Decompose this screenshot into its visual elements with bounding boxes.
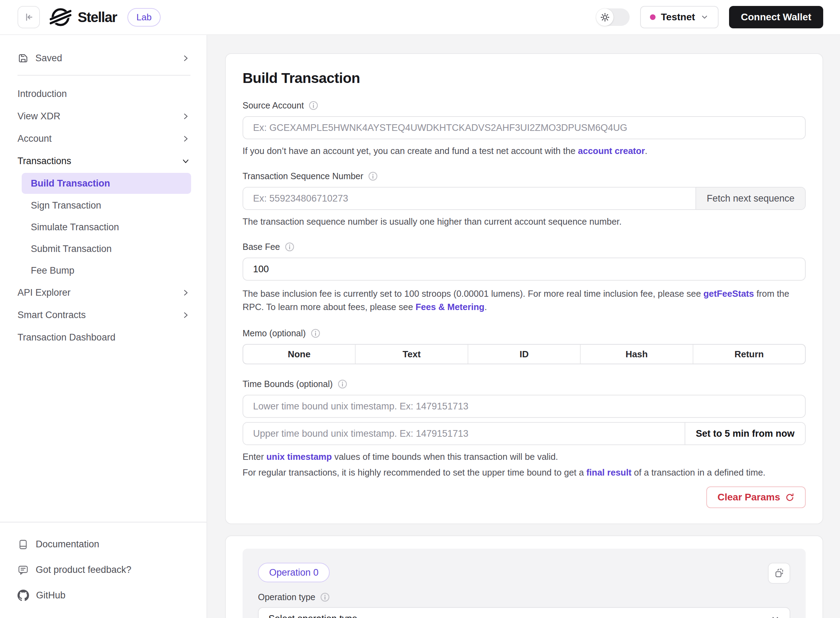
account-creator-link[interactable]: account creator — [578, 146, 645, 156]
memo-tab-text[interactable]: Text — [355, 345, 467, 364]
book-icon — [18, 539, 29, 550]
sidebar-item-transaction-dashboard[interactable]: Transaction Dashboard — [18, 326, 190, 349]
sidebar-item-transactions[interactable]: Transactions — [18, 150, 190, 172]
network-select[interactable]: Testnet — [640, 6, 718, 28]
sidebar-collapse-button[interactable] — [18, 6, 40, 28]
lab-badge: Lab — [127, 8, 161, 27]
sidebar-nav: Saved Introduction View XDR Account Tran… — [0, 35, 207, 522]
time-bounds-helper-2: For regular transactions, it is highly r… — [242, 467, 806, 478]
time-bounds-field: Time Bounds (optional) Set to 5 min from… — [242, 379, 806, 478]
source-account-field: Source Account If you don’t have an acco… — [242, 100, 806, 156]
footer-item-label: GitHub — [36, 590, 65, 601]
sidebar-item-label: Simulate Transaction — [31, 222, 119, 233]
chevron-right-icon — [181, 288, 190, 297]
memo-tab-id[interactable]: ID — [468, 345, 580, 364]
github-icon — [18, 590, 29, 601]
sidebar-item-label: Account — [18, 133, 52, 144]
chevron-right-icon — [181, 111, 190, 121]
sidebar-item-simulate-transaction[interactable]: Simulate Transaction — [18, 216, 190, 238]
operation-badge[interactable]: Operation 0 — [258, 563, 330, 582]
chevron-down-icon — [700, 13, 709, 21]
sequence-number-label: Transaction Sequence Number — [242, 171, 363, 181]
network-select-value: Testnet — [661, 12, 695, 23]
footer-item-label: Got product feedback? — [36, 565, 131, 575]
lower-time-bound-input[interactable] — [242, 395, 806, 418]
info-icon[interactable] — [285, 242, 294, 252]
sidebar-item-build-transaction[interactable]: Build Transaction — [22, 173, 191, 194]
sidebar-item-submit-transaction[interactable]: Submit Transaction — [18, 238, 190, 260]
final-result-link[interactable]: final result — [586, 468, 631, 477]
sidebar-item-view-xdr[interactable]: View XDR — [18, 105, 190, 128]
memo-field: Memo (optional) None Text ID Hash Return — [242, 328, 806, 364]
sidebar-item-smart-contracts[interactable]: Smart Contracts — [18, 304, 190, 326]
sidebar-item-label: Sign Transaction — [31, 200, 101, 211]
sidebar-item-introduction[interactable]: Introduction — [18, 83, 190, 105]
sidebar-item-api-explorer[interactable]: API Explorer — [18, 281, 190, 304]
memo-tab-hash[interactable]: Hash — [580, 345, 692, 364]
sidebar-item-label: Build Transaction — [31, 178, 110, 189]
sidebar-item-label: Fee Bump — [31, 265, 74, 276]
page-title: Build Transaction — [242, 70, 806, 86]
chevron-down-icon — [181, 156, 190, 166]
save-icon — [18, 52, 29, 64]
info-icon[interactable] — [368, 171, 378, 181]
getfeestats-link[interactable]: getFeeStats — [703, 289, 754, 299]
sidebar-item-feedback[interactable]: Got product feedback? — [18, 557, 189, 583]
operation-type-value: Select operation type — [268, 614, 357, 618]
sidebar-item-saved[interactable]: Saved — [18, 47, 190, 69]
duplicate-operation-button[interactable] — [768, 563, 790, 584]
memo-tab-return[interactable]: Return — [693, 345, 805, 364]
base-fee-input[interactable] — [242, 257, 806, 281]
source-account-helper: If you don’t have an account yet, you ca… — [242, 146, 806, 156]
source-account-input[interactable] — [242, 116, 806, 139]
sidebar-item-account[interactable]: Account — [18, 128, 190, 150]
theme-toggle[interactable] — [596, 8, 630, 26]
sidebar-item-github[interactable]: GitHub — [18, 583, 189, 608]
set-5-min-button[interactable]: Set to 5 min from now — [685, 423, 805, 444]
base-fee-helper: The base inclusion fee is currently set … — [242, 287, 806, 313]
stellar-logo-icon — [50, 6, 71, 28]
sequence-number-field: Transaction Sequence Number Fetch next s… — [242, 171, 806, 227]
brand[interactable]: Stellar Lab — [50, 6, 161, 28]
sidebar-item-sign-transaction[interactable]: Sign Transaction — [18, 195, 190, 216]
info-icon[interactable] — [320, 593, 330, 602]
fetch-next-sequence-button[interactable]: Fetch next sequence — [696, 187, 805, 209]
sidebar: Saved Introduction View XDR Account Tran… — [0, 35, 207, 618]
network-status-dot — [650, 14, 656, 20]
memo-type-tabs: None Text ID Hash Return — [242, 344, 806, 364]
time-bounds-label: Time Bounds (optional) — [242, 379, 333, 389]
source-account-label: Source Account — [242, 100, 304, 111]
connect-wallet-button[interactable]: Connect Wallet — [729, 6, 823, 28]
chevron-right-icon — [181, 310, 190, 320]
operation-panel: Operation 0 Operation type — [242, 549, 806, 618]
chevron-right-icon — [181, 53, 190, 63]
sidebar-item-documentation[interactable]: Documentation — [18, 532, 189, 557]
time-bounds-helper-1: Enter unix timestamp values of time boun… — [242, 452, 806, 462]
sidebar-item-label: Submit Transaction — [31, 244, 112, 254]
base-fee-label: Base Fee — [242, 242, 280, 252]
sidebar-item-label: Smart Contracts — [18, 310, 86, 321]
sequence-number-input[interactable] — [243, 187, 696, 209]
clear-params-button[interactable]: Clear Params — [706, 486, 806, 508]
operation-type-select[interactable]: Select operation type — [258, 607, 790, 618]
sequence-number-helper: The transaction sequence number is usual… — [242, 216, 806, 227]
theme-toggle-knob — [596, 8, 614, 26]
info-icon[interactable] — [311, 328, 320, 338]
fees-metering-link[interactable]: Fees & Metering — [415, 302, 485, 312]
info-icon[interactable] — [338, 379, 347, 389]
sidebar-item-fee-bump[interactable]: Fee Bump — [18, 260, 190, 281]
sidebar-item-label: Transaction Dashboard — [18, 332, 116, 343]
sidebar-item-label: View XDR — [18, 111, 61, 122]
upper-time-bound-input[interactable] — [243, 423, 685, 444]
sidebar-item-label: Introduction — [18, 89, 67, 100]
sidebar-item-label: Transactions — [18, 156, 71, 166]
operations-card: Operation 0 Operation type — [225, 535, 823, 618]
unix-timestamp-link[interactable]: unix timestamp — [266, 452, 332, 462]
info-icon[interactable] — [309, 101, 318, 110]
footer-item-label: Documentation — [36, 539, 100, 550]
memo-tab-none[interactable]: None — [243, 345, 355, 364]
build-transaction-card: Build Transaction Source Account If you … — [225, 53, 823, 524]
memo-label: Memo (optional) — [242, 328, 306, 339]
refresh-icon — [785, 493, 794, 502]
main-content: Build Transaction Source Account If you … — [207, 35, 840, 618]
